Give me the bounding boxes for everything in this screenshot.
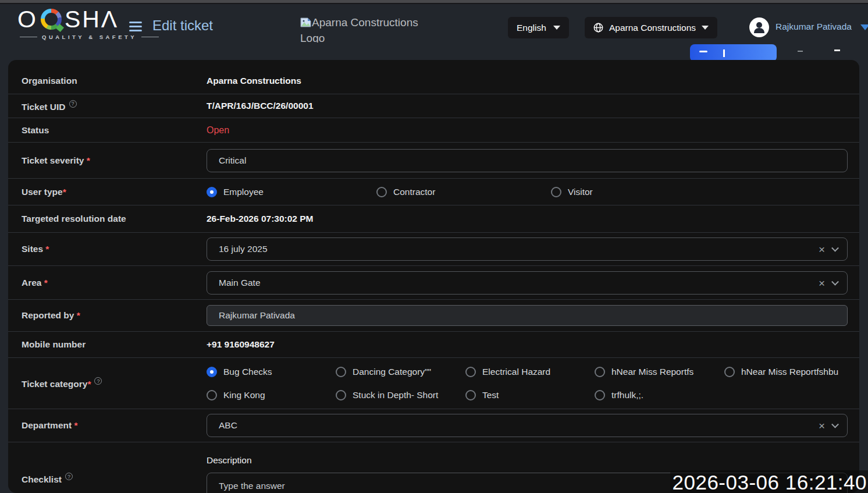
reported-by-input[interactable]: [207, 305, 848, 326]
help-icon[interactable]: ?: [94, 377, 102, 385]
user-type-option-visitor[interactable]: Visitor: [551, 187, 848, 197]
form-row-target-date: Targeted resolution date 26-Feb-2026 07:…: [8, 205, 859, 233]
update-ticket-button[interactable]: [690, 44, 777, 62]
mobile-number-value: +91 9160948627: [207, 339, 848, 350]
user-type-option-employee[interactable]: Employee: [207, 187, 376, 197]
hidden-button-fragment: [834, 49, 840, 51]
user-menu-caret-icon[interactable]: [860, 24, 868, 30]
category-option-trfhulk[interactable]: trfhulk,;.: [595, 390, 724, 400]
tagline-text: QUALITY & SAFETY: [42, 34, 137, 40]
clear-icon[interactable]: ×: [819, 244, 825, 255]
form-row-sites: Sites * 16 july 2025 ×: [8, 233, 859, 266]
sites-label: Sites *: [22, 244, 207, 254]
required-asterisk: *: [43, 244, 49, 254]
button-icon-fragment: [699, 51, 707, 52]
required-asterisk: *: [84, 155, 90, 165]
category-option-hnear-miss-reportfs[interactable]: hNear Miss Reportfs: [595, 367, 724, 377]
page-title: Edit ticket: [152, 17, 213, 34]
area-value: Main Gate: [219, 278, 261, 288]
category-option-hnear-miss-reportfshbu[interactable]: hNear Miss Reportfshbu: [724, 367, 848, 377]
organisation-selector-label: Aparna Constructions: [609, 23, 696, 33]
logo-letters-sha: SHΛ: [65, 6, 119, 32]
form-row-ticket-uid: Ticket UID? T/APR/16J/BCC/26/00001: [8, 94, 859, 118]
user-name[interactable]: Rajkumar Pativada: [775, 22, 852, 32]
radio-selected-icon[interactable]: [207, 367, 217, 377]
tagline-dash-left: [20, 37, 37, 37]
form-row-status: Status Open: [8, 118, 859, 143]
organisation-label: Organisation: [22, 76, 207, 86]
radio-icon[interactable]: [724, 367, 735, 377]
chevron-down-icon: [702, 26, 709, 30]
checklist-question-label: Description: [207, 455, 848, 466]
language-selector-label: English: [517, 23, 546, 33]
category-option-dancing-category[interactable]: Dancing Category"": [336, 367, 465, 377]
help-icon[interactable]: ?: [69, 100, 77, 108]
radio-icon[interactable]: [465, 367, 476, 377]
form-row-user-type: User type* Employee Contractor Visitor: [8, 179, 859, 205]
ticket-severity-select[interactable]: Critical: [207, 149, 848, 172]
required-asterisk: *: [41, 278, 47, 288]
logo-q-tail: [56, 24, 64, 32]
form-row-organisation: Organisation Aparna Constructions: [8, 68, 859, 94]
clear-icon[interactable]: ×: [819, 420, 825, 431]
radio-icon[interactable]: [207, 390, 217, 400]
mobile-number-label: Mobile number: [22, 339, 207, 350]
chevron-down-icon: [553, 26, 560, 30]
edit-ticket-form-panel: Organisation Aparna Constructions Ticket…: [8, 60, 859, 493]
org-logo-broken-image: Aparna Constructions Logo: [300, 15, 424, 42]
organisation-selector[interactable]: Aparna Constructions: [585, 17, 717, 38]
department-select[interactable]: ABC ×: [207, 414, 848, 437]
reported-by-label: Reported by *: [22, 310, 207, 321]
radio-icon[interactable]: [336, 367, 346, 377]
sites-select[interactable]: 16 july 2025 ×: [207, 237, 848, 261]
globe-icon: [593, 23, 603, 33]
target-date-value: 26-Feb-2026 07:30:02 PM: [207, 214, 848, 224]
radio-icon[interactable]: [336, 390, 346, 400]
status-badge: Open: [207, 125, 229, 135]
form-row-department: Department * ABC ×: [8, 409, 859, 442]
radio-icon[interactable]: [595, 390, 605, 400]
hidden-button-fragment: [798, 51, 803, 52]
required-asterisk: *: [63, 187, 66, 197]
required-asterisk: *: [74, 310, 80, 320]
user-type-options: Employee Contractor Visitor: [207, 187, 848, 197]
clear-icon[interactable]: ×: [819, 277, 825, 288]
target-date-label: Targeted resolution date: [22, 214, 207, 224]
window-top-strip: [0, 0, 868, 4]
user-type-option-contractor[interactable]: Contractor: [376, 187, 551, 197]
ticket-uid-value: T/APR/16J/BCC/26/00001: [207, 101, 848, 111]
language-selector[interactable]: English: [508, 17, 569, 38]
chevron-down-icon[interactable]: [831, 278, 839, 285]
chevron-down-icon[interactable]: [831, 421, 839, 428]
required-asterisk: *: [72, 420, 77, 430]
department-label: Department *: [22, 420, 207, 431]
ticket-category-options: Bug Checks Dancing Category"" Electrical…: [207, 367, 848, 400]
ticket-category-label: Ticket category*?: [22, 377, 207, 389]
hamburger-menu-icon[interactable]: [129, 22, 142, 34]
category-option-electrical-hazard[interactable]: Electrical Hazard: [465, 367, 595, 377]
radio-icon[interactable]: [465, 390, 476, 400]
help-icon[interactable]: ?: [65, 473, 73, 480]
category-option-stuck-in-depth-short[interactable]: Stuck in Depth- Short: [336, 390, 465, 400]
category-option-bug-checks[interactable]: Bug Checks: [207, 367, 336, 377]
organisation-value: Aparna Constructions: [207, 76, 848, 86]
category-option-king-kong[interactable]: King Kong: [207, 390, 336, 400]
chevron-down-icon[interactable]: [831, 244, 839, 252]
tagline-dash-right: [141, 37, 159, 37]
form-row-ticket-severity: Ticket severity * Critical: [8, 143, 859, 179]
area-select[interactable]: Main Gate ×: [207, 271, 848, 295]
area-label: Area *: [22, 278, 207, 288]
ticket-uid-label: Ticket UID?: [22, 100, 207, 112]
category-option-test[interactable]: Test: [465, 390, 595, 400]
user-avatar[interactable]: [749, 17, 769, 37]
screen: O SHΛ QUALITY & SAFETY Edit ticket Aparn…: [0, 0, 868, 493]
radio-icon[interactable]: [551, 187, 561, 197]
user-type-label: User type*: [22, 187, 207, 197]
broken-image-icon: [300, 16, 311, 31]
radio-icon[interactable]: [376, 187, 387, 197]
radio-selected-icon[interactable]: [207, 187, 217, 197]
form-row-reported-by: Reported by *: [8, 300, 859, 332]
screen-timestamp-overlay: 2026-03-06 16:21:40: [670, 470, 868, 493]
logo-q-ring-icon: [41, 9, 62, 30]
radio-icon[interactable]: [595, 367, 605, 377]
